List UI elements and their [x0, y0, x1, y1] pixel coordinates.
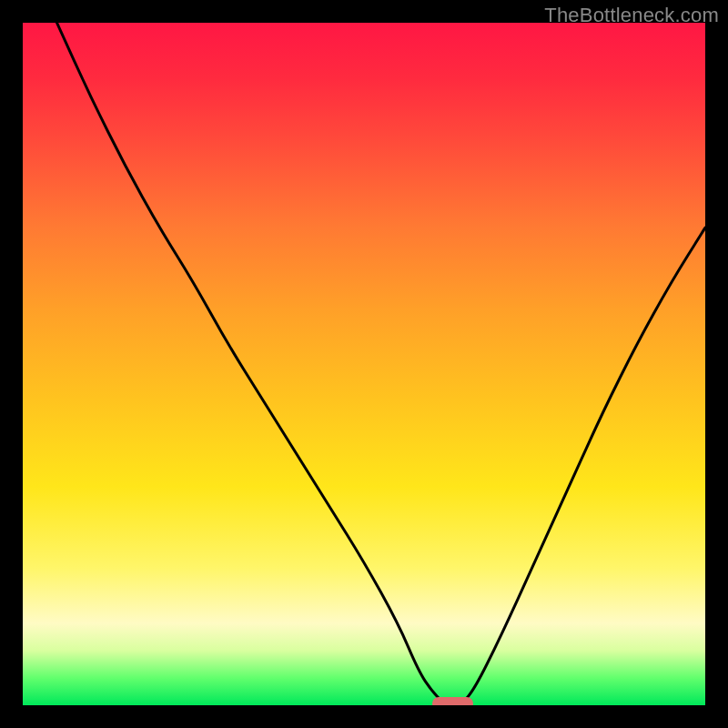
bottleneck-curve	[23, 23, 705, 705]
chart-frame: TheBottleneck.com	[0, 0, 728, 728]
plot-area	[23, 23, 705, 705]
curve-path	[57, 23, 706, 705]
optimum-marker	[432, 697, 473, 705]
